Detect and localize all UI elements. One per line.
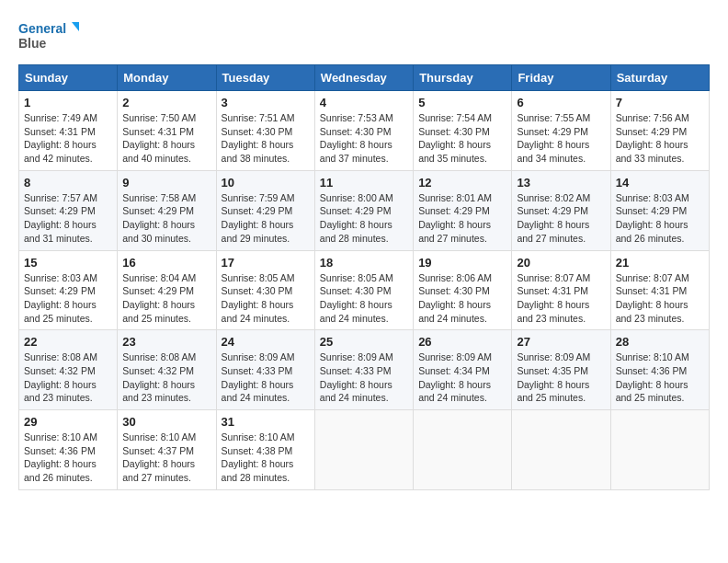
day-info: Sunrise: 8:00 AMSunset: 4:29 PMDaylight:… — [320, 191, 408, 246]
day-info: Sunrise: 7:58 AMSunset: 4:29 PMDaylight:… — [122, 191, 210, 246]
day-info: Sunrise: 8:06 AMSunset: 4:30 PMDaylight:… — [418, 271, 506, 326]
day-number: 18 — [320, 256, 408, 270]
day-number: 19 — [418, 256, 506, 270]
day-cell — [414, 410, 512, 490]
day-number: 16 — [122, 256, 210, 270]
day-number: 31 — [222, 415, 310, 429]
svg-text:Blue: Blue — [18, 36, 47, 51]
day-cell — [610, 410, 709, 490]
day-info: Sunrise: 7:54 AMSunset: 4:30 PMDaylight:… — [418, 111, 506, 166]
day-number: 5 — [418, 96, 506, 109]
day-number: 1 — [24, 96, 112, 109]
day-info: Sunrise: 8:08 AMSunset: 4:32 PMDaylight:… — [122, 350, 210, 405]
day-info: Sunrise: 8:07 AMSunset: 4:31 PMDaylight:… — [517, 271, 605, 326]
day-number: 29 — [24, 415, 112, 429]
page-header: General Blue — [18, 18, 710, 55]
day-number: 13 — [517, 176, 605, 190]
day-cell: 4Sunrise: 7:53 AMSunset: 4:30 PMDaylight… — [314, 91, 413, 171]
day-cell: 22Sunrise: 8:08 AMSunset: 4:32 PMDayligh… — [19, 330, 118, 410]
svg-marker-2 — [72, 22, 79, 31]
day-cell: 20Sunrise: 8:07 AMSunset: 4:31 PMDayligh… — [512, 250, 610, 330]
weekday-header-row: SundayMondayTuesdayWednesdayThursdayFrid… — [19, 65, 710, 91]
day-cell: 10Sunrise: 7:59 AMSunset: 4:29 PMDayligh… — [216, 170, 314, 250]
day-cell: 6Sunrise: 7:55 AMSunset: 4:29 PMDaylight… — [512, 91, 610, 171]
week-row-5: 29Sunrise: 8:10 AMSunset: 4:36 PMDayligh… — [19, 410, 710, 490]
day-cell: 14Sunrise: 8:03 AMSunset: 4:29 PMDayligh… — [610, 170, 709, 250]
weekday-header-monday: Monday — [118, 65, 216, 91]
day-cell: 18Sunrise: 8:05 AMSunset: 4:30 PMDayligh… — [314, 250, 413, 330]
weekday-header-saturday: Saturday — [610, 65, 709, 91]
day-cell: 16Sunrise: 8:04 AMSunset: 4:29 PMDayligh… — [118, 250, 216, 330]
day-cell: 30Sunrise: 8:10 AMSunset: 4:37 PMDayligh… — [118, 410, 216, 490]
day-cell: 8Sunrise: 7:57 AMSunset: 4:29 PMDaylight… — [19, 170, 118, 250]
day-info: Sunrise: 7:50 AMSunset: 4:31 PMDaylight:… — [122, 111, 210, 166]
day-number: 7 — [616, 96, 704, 109]
day-cell — [314, 410, 413, 490]
day-info: Sunrise: 8:02 AMSunset: 4:29 PMDaylight:… — [517, 191, 605, 246]
day-number: 22 — [24, 335, 112, 349]
day-cell: 17Sunrise: 8:05 AMSunset: 4:30 PMDayligh… — [216, 250, 314, 330]
day-info: Sunrise: 8:03 AMSunset: 4:29 PMDaylight:… — [616, 191, 704, 246]
day-info: Sunrise: 8:04 AMSunset: 4:29 PMDaylight:… — [122, 271, 210, 326]
day-info: Sunrise: 7:56 AMSunset: 4:29 PMDaylight:… — [616, 111, 704, 166]
calendar-table: SundayMondayTuesdayWednesdayThursdayFrid… — [18, 64, 710, 490]
day-cell — [512, 410, 610, 490]
day-info: Sunrise: 7:53 AMSunset: 4:30 PMDaylight:… — [320, 111, 408, 166]
day-info: Sunrise: 7:55 AMSunset: 4:29 PMDaylight:… — [517, 111, 605, 166]
day-number: 12 — [418, 176, 506, 190]
day-info: Sunrise: 8:10 AMSunset: 4:36 PMDaylight:… — [24, 431, 112, 485]
day-cell: 25Sunrise: 8:09 AMSunset: 4:33 PMDayligh… — [314, 330, 413, 410]
day-info: Sunrise: 8:03 AMSunset: 4:29 PMDaylight:… — [24, 271, 112, 326]
day-info: Sunrise: 8:10 AMSunset: 4:36 PMDaylight:… — [616, 350, 704, 405]
week-row-1: 1Sunrise: 7:49 AMSunset: 4:31 PMDaylight… — [19, 91, 710, 171]
day-number: 20 — [517, 256, 605, 270]
day-cell: 31Sunrise: 8:10 AMSunset: 4:38 PMDayligh… — [216, 410, 314, 490]
day-info: Sunrise: 8:09 AMSunset: 4:34 PMDaylight:… — [418, 350, 506, 405]
day-cell: 13Sunrise: 8:02 AMSunset: 4:29 PMDayligh… — [512, 170, 610, 250]
day-info: Sunrise: 8:01 AMSunset: 4:29 PMDaylight:… — [418, 191, 506, 246]
day-cell: 24Sunrise: 8:09 AMSunset: 4:33 PMDayligh… — [216, 330, 314, 410]
day-info: Sunrise: 8:09 AMSunset: 4:33 PMDaylight:… — [222, 350, 310, 405]
day-number: 24 — [222, 335, 310, 349]
week-row-4: 22Sunrise: 8:08 AMSunset: 4:32 PMDayligh… — [19, 330, 710, 410]
day-cell: 2Sunrise: 7:50 AMSunset: 4:31 PMDaylight… — [118, 91, 216, 171]
day-cell: 21Sunrise: 8:07 AMSunset: 4:31 PMDayligh… — [610, 250, 709, 330]
weekday-header-sunday: Sunday — [19, 65, 118, 91]
day-number: 4 — [320, 96, 408, 109]
week-row-2: 8Sunrise: 7:57 AMSunset: 4:29 PMDaylight… — [19, 170, 710, 250]
day-cell: 7Sunrise: 7:56 AMSunset: 4:29 PMDaylight… — [610, 91, 709, 171]
day-number: 3 — [222, 96, 310, 109]
logo: General Blue — [18, 18, 83, 55]
day-info: Sunrise: 8:05 AMSunset: 4:30 PMDaylight:… — [320, 271, 408, 326]
logo-svg: General Blue — [18, 18, 83, 55]
day-number: 30 — [122, 415, 210, 429]
day-info: Sunrise: 8:10 AMSunset: 4:37 PMDaylight:… — [122, 431, 210, 485]
weekday-header-tuesday: Tuesday — [216, 65, 314, 91]
day-cell: 11Sunrise: 8:00 AMSunset: 4:29 PMDayligh… — [314, 170, 413, 250]
day-info: Sunrise: 8:09 AMSunset: 4:35 PMDaylight:… — [517, 350, 605, 405]
day-info: Sunrise: 7:57 AMSunset: 4:29 PMDaylight:… — [24, 191, 112, 246]
day-number: 21 — [616, 256, 704, 270]
day-info: Sunrise: 7:49 AMSunset: 4:31 PMDaylight:… — [24, 111, 112, 166]
day-cell: 5Sunrise: 7:54 AMSunset: 4:30 PMDaylight… — [414, 91, 512, 171]
day-number: 15 — [24, 256, 112, 270]
weekday-header-friday: Friday — [512, 65, 610, 91]
day-cell: 9Sunrise: 7:58 AMSunset: 4:29 PMDaylight… — [118, 170, 216, 250]
day-number: 6 — [517, 96, 605, 109]
day-cell: 3Sunrise: 7:51 AMSunset: 4:30 PMDaylight… — [216, 91, 314, 171]
day-number: 27 — [517, 335, 605, 349]
day-cell: 29Sunrise: 8:10 AMSunset: 4:36 PMDayligh… — [19, 410, 118, 490]
weekday-header-wednesday: Wednesday — [314, 65, 413, 91]
day-number: 26 — [418, 335, 506, 349]
day-number: 11 — [320, 176, 408, 190]
day-number: 10 — [222, 176, 310, 190]
day-number: 17 — [222, 256, 310, 270]
day-info: Sunrise: 8:05 AMSunset: 4:30 PMDaylight:… — [222, 271, 310, 326]
day-number: 28 — [616, 335, 704, 349]
day-info: Sunrise: 8:07 AMSunset: 4:31 PMDaylight:… — [616, 271, 704, 326]
day-number: 8 — [24, 176, 112, 190]
day-cell: 26Sunrise: 8:09 AMSunset: 4:34 PMDayligh… — [414, 330, 512, 410]
day-number: 14 — [616, 176, 704, 190]
svg-text:General: General — [18, 21, 66, 36]
day-info: Sunrise: 8:10 AMSunset: 4:38 PMDaylight:… — [222, 431, 310, 485]
